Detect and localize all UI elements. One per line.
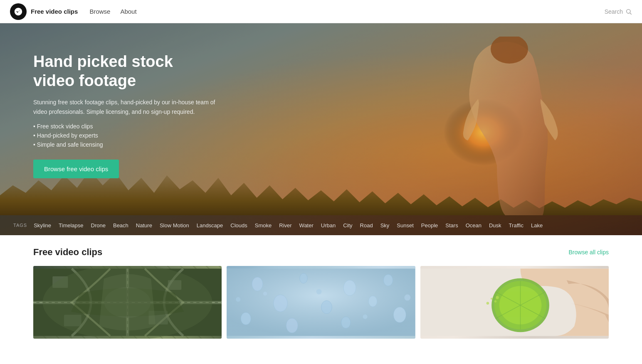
- clip-card-highway[interactable]: [33, 266, 222, 339]
- svg-point-41: [491, 298, 493, 300]
- hero-cta-button[interactable]: Browse free video clips: [33, 160, 119, 178]
- tag-people[interactable]: People: [421, 222, 438, 229]
- clip-card-lime[interactable]: [420, 266, 609, 339]
- tag-ocean[interactable]: Ocean: [466, 222, 482, 229]
- clip-highway-svg: [33, 266, 222, 339]
- logo-icon: [10, 3, 27, 20]
- svg-point-40: [494, 300, 496, 303]
- nav-logo[interactable]: Free video clips: [10, 3, 78, 20]
- svg-point-30: [236, 297, 241, 302]
- hero-bullet-2: Hand-picked by experts: [33, 132, 216, 139]
- clip-lime-svg: [420, 266, 609, 339]
- nav-browse-link[interactable]: Browse: [89, 8, 110, 15]
- tag-urban[interactable]: Urban: [321, 222, 336, 229]
- tag-timelapse[interactable]: Timelapse: [59, 222, 83, 229]
- hero-title: Hand picked stock video footage: [33, 52, 216, 90]
- browse-all-clips-link[interactable]: Browse all clips: [569, 249, 609, 256]
- main-nav: Free video clips Browse About Search: [0, 0, 642, 23]
- tag-stars[interactable]: Stars: [445, 222, 458, 229]
- tag-clouds[interactable]: Clouds: [230, 222, 247, 229]
- search-icon: [625, 8, 632, 15]
- tag-traffic[interactable]: Traffic: [509, 222, 523, 229]
- svg-rect-10: [149, 311, 168, 324]
- svg-rect-11: [168, 280, 181, 290]
- svg-point-29: [405, 295, 411, 301]
- tag-skyline[interactable]: Skyline: [34, 222, 51, 229]
- tag-drone[interactable]: Drone: [91, 222, 106, 229]
- svg-point-27: [316, 289, 322, 295]
- hero-section: Hand picked stock video footage Stunning…: [0, 23, 642, 235]
- svg-point-6: [104, 287, 151, 318]
- svg-rect-5: [33, 269, 222, 336]
- hero-person-svg: [424, 37, 590, 215]
- tag-dusk[interactable]: Dusk: [489, 222, 501, 229]
- clip-card-water[interactable]: [227, 266, 415, 339]
- svg-rect-12: [64, 315, 81, 327]
- tag-city[interactable]: City: [343, 222, 352, 229]
- tag-smoke[interactable]: Smoke: [255, 222, 272, 229]
- tags-label: TAGS: [13, 223, 27, 228]
- svg-rect-9: [52, 276, 68, 288]
- tag-water[interactable]: Water: [299, 222, 314, 229]
- clips-grid: [33, 266, 609, 339]
- tag-sunset[interactable]: Sunset: [397, 222, 413, 229]
- search-placeholder-text: Search: [605, 8, 623, 15]
- tag-slow-motion[interactable]: Slow Motion: [160, 222, 189, 229]
- nav-about-link[interactable]: About: [120, 8, 136, 15]
- clip-water-svg: [227, 266, 415, 339]
- svg-line-1: [630, 13, 632, 15]
- hero-bullet-3: Simple and safe licensing: [33, 141, 216, 148]
- nav-site-title: Free video clips: [31, 8, 78, 15]
- nav-search: Search: [605, 8, 632, 15]
- svg-point-18: [384, 274, 393, 286]
- clip-thumbnail-lime: [420, 266, 609, 339]
- tag-road[interactable]: Road: [360, 222, 373, 229]
- hero-bullets: Free stock video clips Hand-picked by ex…: [33, 123, 216, 148]
- hero-description: Stunning free stock footage clips, hand-…: [33, 98, 216, 116]
- tag-lake[interactable]: Lake: [531, 222, 543, 229]
- clips-section: Free video clips Browse all clips: [0, 235, 642, 339]
- svg-point-28: [363, 315, 368, 319]
- tag-river[interactable]: River: [279, 222, 291, 229]
- svg-point-16: [300, 273, 308, 283]
- svg-point-26: [263, 292, 267, 295]
- svg-rect-4: [33, 269, 222, 336]
- tag-sky[interactable]: Sky: [380, 222, 390, 229]
- svg-point-22: [241, 312, 251, 325]
- svg-point-25: [394, 307, 406, 322]
- tags-bar: TAGS Skyline Timelapse Drone Beach Natur…: [0, 215, 642, 235]
- tag-beach[interactable]: Beach: [113, 222, 128, 229]
- svg-point-39: [496, 296, 499, 299]
- svg-point-21: [369, 296, 377, 307]
- svg-point-24: [341, 317, 351, 328]
- svg-point-0: [627, 9, 630, 13]
- logo-svg: [14, 7, 23, 16]
- clips-section-title: Free video clips: [33, 247, 102, 258]
- svg-point-17: [344, 280, 356, 295]
- hero-content: Hand picked stock video footage Stunning…: [0, 23, 249, 207]
- nav-links: Browse About: [89, 8, 136, 15]
- clips-header: Free video clips Browse all clips: [33, 247, 609, 258]
- svg-point-42: [486, 302, 489, 305]
- clip-thumbnail-highway: [33, 266, 222, 339]
- tag-nature[interactable]: Nature: [136, 222, 152, 229]
- svg-point-23: [286, 318, 298, 333]
- svg-point-19: [274, 295, 287, 312]
- tag-landscape[interactable]: Landscape: [197, 222, 223, 229]
- hero-bullet-1: Free stock video clips: [33, 123, 216, 130]
- clip-thumbnail-water: [227, 266, 415, 339]
- svg-point-15: [252, 277, 263, 291]
- svg-point-20: [321, 300, 332, 313]
